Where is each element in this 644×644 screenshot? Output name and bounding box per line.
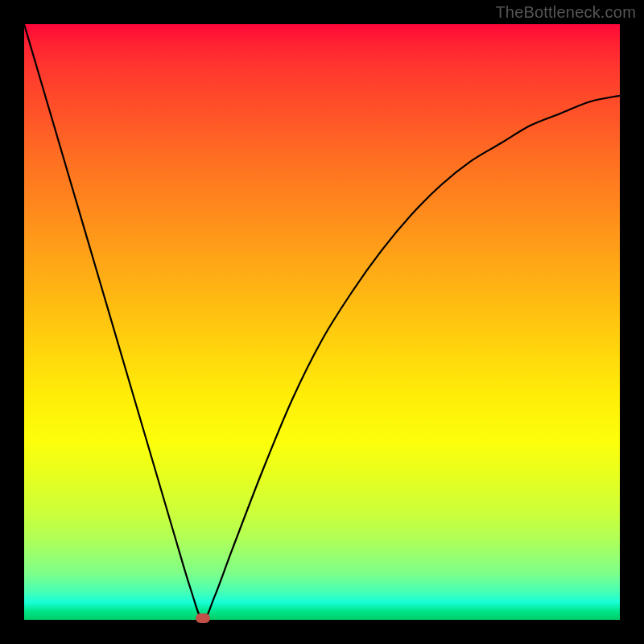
chart-container: TheBottleneck.com: [0, 0, 644, 644]
plot-area: [24, 24, 620, 620]
optimal-point-marker: [196, 613, 210, 623]
bottleneck-curve: [24, 24, 620, 620]
watermark-text: TheBottleneck.com: [495, 3, 636, 22]
